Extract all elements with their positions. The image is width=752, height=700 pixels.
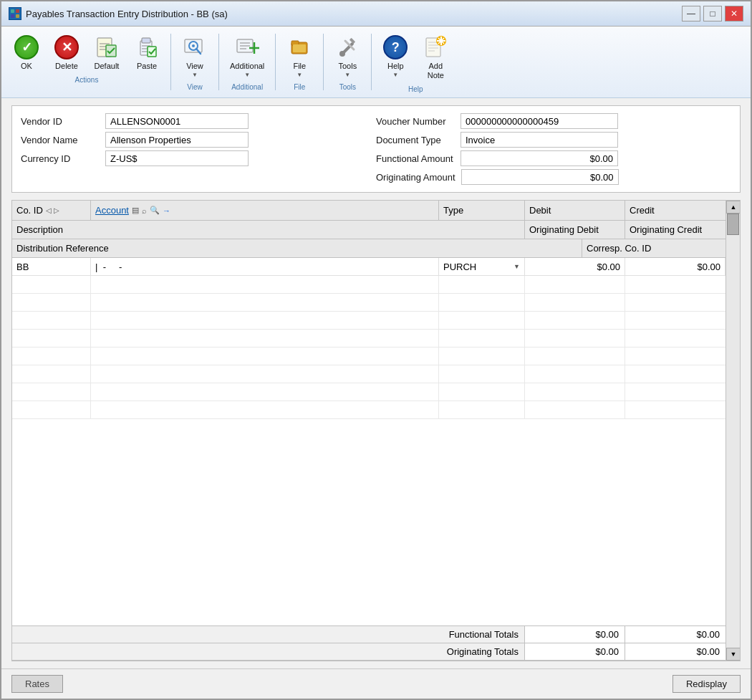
col-header-type: Type: [439, 201, 525, 220]
account-icon1[interactable]: ▤: [132, 206, 139, 215]
originating-amount-value[interactable]: $0.00: [461, 169, 619, 185]
toolbar-tools-btns: Tools ▼: [328, 31, 367, 82]
coid-nav-next[interactable]: ▷: [54, 206, 59, 214]
toolbar-actions-btns: ✓ OK ✕ Delete: [7, 31, 166, 75]
table-row: [12, 383, 726, 401]
svg-rect-14: [148, 47, 156, 57]
functional-totals-credit: $0.00: [625, 626, 726, 643]
grid-header-row3: Distribution Reference Corresp. Co. ID: [12, 239, 726, 258]
account-icon2[interactable]: ⌕: [142, 206, 147, 215]
row1-credit[interactable]: $0.00: [625, 258, 726, 275]
toolbar-view-group: View ▼ View: [175, 31, 214, 91]
toolbar-file-btns: File ▼: [280, 31, 319, 82]
title-bar: Payables Transaction Entry Distribution …: [1, 1, 751, 27]
redisplay-button[interactable]: Redisplay: [673, 675, 741, 693]
maximize-button[interactable]: □: [703, 6, 722, 21]
functional-amount-value[interactable]: $0.00: [461, 150, 618, 166]
additional-button[interactable]: Additional ▼: [223, 31, 271, 82]
functional-amount-label: Functional Amount: [376, 153, 455, 164]
addnote-icon: [423, 34, 448, 60]
toolbar-help-btns: ? Help ▼: [376, 31, 455, 84]
col-header-account: Account ▤ ⌕ 🔍 →: [91, 201, 439, 220]
delete-button[interactable]: ✕ Delete: [47, 31, 86, 75]
originating-totals-debit: $0.00: [525, 643, 625, 660]
svg-rect-1: [16, 9, 19, 13]
table-row: BB | - - PURCH ▼ $0.00: [12, 258, 726, 276]
app-icon: [9, 7, 21, 20]
help-button[interactable]: ? Help ▼: [376, 31, 415, 84]
col-header-coid: Co. ID ◁ ▷: [12, 201, 91, 220]
document-type-row: Document Type Invoice: [376, 130, 731, 149]
vendor-id-value[interactable]: ALLENSON0001: [105, 113, 249, 129]
row1-account[interactable]: | - -: [91, 258, 439, 275]
paste-icon: [134, 34, 160, 60]
sep5: [371, 34, 372, 90]
toolbar: ✓ OK ✕ Delete: [1, 27, 751, 98]
table-row: [12, 330, 726, 347]
svg-point-30: [339, 51, 345, 57]
coid-nav-prev[interactable]: ◁: [46, 206, 52, 214]
window-title: Payables Transaction Entry Distribution …: [26, 9, 228, 19]
voucher-number-value[interactable]: 000000000000000459: [461, 113, 618, 129]
addnote-button[interactable]: Add Note: [416, 31, 455, 84]
totals-area: Functional Totals $0.00 $0.00 Originatin…: [12, 625, 726, 661]
main-window: Payables Transaction Entry Distribution …: [0, 0, 752, 700]
scroll-track[interactable]: [726, 214, 740, 648]
minimize-button[interactable]: —: [682, 6, 700, 21]
actions-group-label: Actions: [7, 76, 166, 84]
file-dropdown-arrow: ▼: [297, 72, 302, 78]
table-row: [12, 365, 726, 383]
currency-id-label: Currency ID: [21, 153, 100, 164]
table-row: [12, 312, 726, 330]
help-group-label: Help: [376, 85, 455, 93]
document-type-label: Document Type: [376, 135, 455, 145]
info-left: Vendor ID ALLENSON0001 Vendor Name Allen…: [21, 112, 376, 186]
toolbar-file-group: File ▼ File: [280, 31, 319, 91]
document-type-value[interactable]: Invoice: [461, 132, 618, 148]
sep4: [323, 34, 324, 90]
originating-totals-row: Originating Totals $0.00 $0.00: [12, 643, 726, 661]
svg-rect-0: [11, 9, 14, 13]
distribution-grid: Co. ID ◁ ▷ Account ▤ ⌕ 🔍 → Type: [11, 200, 741, 661]
vendor-name-label: Vendor Name: [21, 135, 100, 145]
currency-id-value[interactable]: Z-US$: [105, 150, 249, 166]
account-arrow[interactable]: →: [163, 206, 170, 215]
vendor-id-label: Vendor ID: [21, 116, 100, 127]
scroll-up-button[interactable]: ▲: [726, 201, 741, 214]
table-row: [12, 294, 726, 312]
additional-dropdown-arrow: ▼: [244, 72, 250, 78]
scroll-thumb[interactable]: [727, 214, 739, 235]
tools-button[interactable]: Tools ▼: [328, 31, 367, 82]
paste-button[interactable]: Paste: [127, 31, 166, 75]
sep2: [218, 34, 219, 90]
additional-group-label: Additional: [223, 83, 271, 91]
svg-rect-10: [142, 38, 150, 43]
bottom-bar: Rates Redisplay: [1, 668, 751, 699]
row1-coid: BB: [12, 258, 91, 275]
ok-button[interactable]: ✓ OK: [7, 31, 46, 75]
tools-dropdown-arrow: ▼: [344, 72, 350, 78]
close-button[interactable]: ✕: [725, 6, 743, 21]
vendor-name-value[interactable]: Allenson Properties: [105, 132, 249, 148]
help-dropdown-arrow: ▼: [392, 72, 398, 78]
grid-header-row2: Description Originating Debit Originatin…: [12, 221, 726, 239]
table-row: [12, 401, 726, 419]
toolbar-actions-group: ✓ OK ✕ Delete: [7, 31, 166, 84]
view-button[interactable]: View ▼: [175, 31, 214, 82]
account-icon3[interactable]: 🔍: [150, 206, 160, 215]
rates-button[interactable]: Rates: [11, 675, 63, 693]
functional-totals-debit: $0.00: [525, 626, 625, 643]
vertical-scrollbar[interactable]: ▲ ▼: [726, 201, 740, 661]
scroll-down-button[interactable]: ▼: [726, 648, 741, 661]
grid-main: Co. ID ◁ ▷ Account ▤ ⌕ 🔍 → Type: [12, 201, 726, 661]
row1-type[interactable]: PURCH ▼: [439, 258, 525, 275]
file-button[interactable]: File ▼: [280, 31, 319, 82]
svg-rect-3: [16, 14, 19, 18]
toolbar-view-btns: View ▼: [175, 31, 214, 82]
account-link[interactable]: Account: [95, 205, 129, 216]
type-dropdown-arrow[interactable]: ▼: [514, 263, 520, 270]
row1-debit[interactable]: $0.00: [525, 258, 625, 275]
tools-group-label: Tools: [328, 83, 367, 91]
col-header-orig-credit: Originating Credit: [625, 221, 726, 239]
default-button[interactable]: Default: [87, 31, 126, 75]
